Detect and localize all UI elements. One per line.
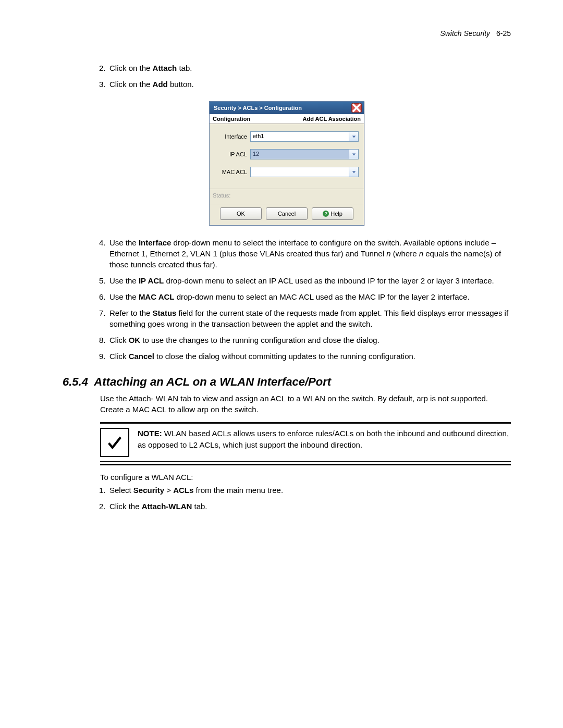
dialog-subheader: Configuration Add ACL Association [210, 114, 364, 124]
emphasis: Cancel [129, 352, 154, 361]
list-item: 3.Click on the Add button. [100, 79, 511, 90]
variable: n [419, 249, 423, 258]
emphasis: Status [153, 309, 177, 317]
text-run: Click the [109, 502, 142, 511]
ip-acl-dropdown[interactable]: 12 [250, 149, 359, 159]
emphasis: Attach [153, 64, 177, 72]
checkmark-icon [100, 428, 129, 457]
step-number: 2. [99, 63, 106, 73]
page-header: Switch Security 6-25 [63, 29, 511, 38]
header-page-number: 6-25 [496, 29, 511, 38]
svg-marker-3 [352, 153, 355, 155]
interface-dropdown[interactable]: eth1 [250, 131, 359, 142]
svg-marker-4 [352, 171, 355, 173]
section-intro: Use the Attach- WLAN tab to view and ass… [100, 393, 511, 415]
step-number: 3. [99, 79, 106, 90]
note-text: NOTE: WLAN based ACLs allows users to en… [138, 428, 511, 451]
dialog-figure: Security > ACLs > Configuration Configur… [63, 101, 511, 226]
chevron-down-icon[interactable] [349, 131, 359, 142]
step-number: 8. [99, 335, 106, 346]
text-run: Click [109, 336, 129, 344]
step-number: 9. [99, 351, 106, 362]
interface-label: Interface [215, 133, 250, 140]
ip-acl-value: 12 [250, 149, 349, 159]
text-run: tab. [192, 502, 207, 511]
dialog-sub-left: Configuration [213, 116, 250, 122]
mac-acl-label: MAC ACL [215, 169, 250, 175]
text-run: Use the [109, 276, 139, 285]
section-title: Attaching an ACL on a WLAN Interface/Por… [94, 375, 331, 388]
step-list-top: 2.Click on the Attach tab.3.Click on the… [100, 63, 511, 90]
text-run: to use the changes to the running config… [140, 336, 380, 344]
status-label: Status: [210, 189, 364, 204]
interface-value: eth1 [250, 131, 349, 142]
emphasis: ACLs [173, 486, 193, 495]
mac-acl-dropdown[interactable] [250, 167, 359, 177]
text-run: Click [109, 352, 129, 361]
text-run: Refer to the [109, 309, 153, 317]
dialog-sub-right: Add ACL Association [303, 116, 361, 122]
step-number: 2. [99, 501, 106, 512]
text-run: > [164, 486, 173, 495]
list-item: 2.Click on the Attach tab. [100, 63, 511, 73]
note-rule-mid [100, 461, 511, 462]
chevron-down-icon[interactable] [349, 167, 359, 177]
text-run: Select [109, 486, 133, 495]
step-number: 5. [99, 275, 106, 286]
step-number: 1. [99, 485, 106, 496]
emphasis: Interface [139, 238, 172, 247]
close-icon[interactable] [351, 103, 362, 113]
emphasis: Attach-WLAN [142, 502, 192, 511]
help-button[interactable]: ? Help [312, 207, 353, 220]
svg-marker-2 [352, 135, 355, 138]
text-run: Use the [109, 292, 139, 301]
list-item: 2.Click the Attach-WLAN tab. [100, 501, 511, 512]
list-item: 8.Click OK to use the changes to the run… [100, 335, 511, 346]
step-number: 6. [99, 291, 106, 302]
list-item: 4.Use the Interface drop-down menu to se… [100, 237, 511, 270]
acl-config-dialog: Security > ACLs > Configuration Configur… [209, 101, 364, 226]
text-run: Use the [109, 238, 139, 247]
list-item: 5.Use the IP ACL drop-down menu to selec… [100, 275, 511, 286]
emphasis: Security [133, 486, 164, 495]
text-run: (where [390, 249, 419, 258]
emphasis: IP ACL [139, 276, 164, 285]
list-item: 6.Use the MAC ACL drop-down menu to sele… [100, 291, 511, 302]
emphasis: Add [153, 80, 168, 89]
step-number: 7. [99, 307, 106, 318]
section-heading: 6.5.4 Attaching an ACL on a WLAN Interfa… [63, 375, 511, 389]
cancel-button[interactable]: Cancel [266, 207, 308, 220]
text-run: from the main menu tree. [193, 486, 283, 495]
text-run: drop-down menu to select an MAC ACL used… [174, 292, 469, 301]
dialog-button-row: OK Cancel ? Help [210, 204, 364, 225]
configure-lead: To configure a WLAN ACL: [100, 473, 511, 482]
section-number: 6.5.4 [63, 375, 88, 388]
header-chapter: Switch Security [440, 29, 490, 38]
mac-acl-value [250, 167, 349, 177]
note-rule-bottom [100, 464, 511, 465]
help-icon: ? [323, 211, 329, 217]
list-item: 7.Refer to the Status field for the curr… [100, 307, 511, 329]
note-body: WLAN based ACLs allows users to enforce … [138, 429, 509, 449]
ok-button[interactable]: OK [220, 207, 262, 220]
ip-acl-label: IP ACL [215, 151, 250, 157]
list-item: 9.Click Cancel to close the dialog witho… [100, 351, 511, 362]
dialog-title-text: Security > ACLs > Configuration [214, 105, 302, 111]
emphasis: MAC ACL [139, 292, 175, 301]
note-block: NOTE: WLAN based ACLs allows users to en… [100, 424, 511, 461]
list-item: 1.Select Security > ACLs from the main m… [100, 485, 511, 496]
dialog-titlebar: Security > ACLs > Configuration [210, 102, 364, 114]
emphasis: OK [129, 336, 141, 344]
step-list-bottom: 1.Select Security > ACLs from the main m… [100, 485, 511, 512]
text-run: to close the dialog without committing u… [154, 352, 415, 361]
chevron-down-icon[interactable] [349, 149, 359, 159]
note-label: NOTE: [138, 429, 162, 438]
text-run: drop-down menu to select an IP ACL used … [164, 276, 494, 285]
step-list-mid: 4.Use the Interface drop-down menu to se… [100, 237, 511, 362]
step-number: 4. [99, 237, 106, 248]
